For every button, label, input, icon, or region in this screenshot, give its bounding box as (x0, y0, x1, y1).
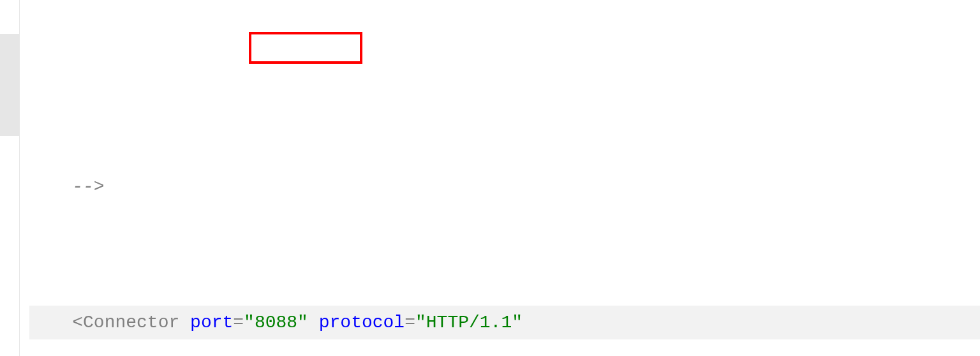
xml-attr: protocol (319, 313, 405, 332)
comment-text: --> (72, 177, 104, 197)
xml-tag: Connector (83, 313, 179, 332)
punct: = (405, 313, 415, 332)
gutter-cell-changed (0, 68, 19, 101)
space (308, 313, 319, 332)
code-line[interactable]: --> (29, 170, 980, 204)
xml-attr: port (190, 313, 233, 332)
gutter-cell-changed (0, 34, 19, 68)
gutter-cell (0, 170, 19, 204)
gutter-cell (0, 204, 19, 237)
code-area[interactable]: --> <Connector port="8088" protocol="HTT… (20, 0, 980, 356)
punct: < (72, 313, 83, 332)
space (179, 313, 190, 332)
gutter-cell (0, 272, 19, 306)
xml-value: "HTTP/1.1" (415, 313, 523, 332)
code-editor[interactable]: --> <Connector port="8088" protocol="HTT… (0, 0, 980, 356)
editor-gutter (0, 0, 20, 356)
gutter-cell-changed (0, 102, 19, 136)
gutter-cells (0, 0, 19, 356)
xml-value: "8088" (244, 313, 308, 332)
annotation-red-box (249, 32, 362, 64)
gutter-cell (0, 237, 19, 271)
gutter-cell (0, 306, 19, 339)
punct: = (233, 313, 244, 332)
gutter-cell (0, 0, 19, 34)
gutter-cell (0, 339, 19, 356)
code-line[interactable]: <Connector port="8088" protocol="HTTP/1.… (29, 306, 980, 339)
gutter-cell (0, 136, 19, 170)
